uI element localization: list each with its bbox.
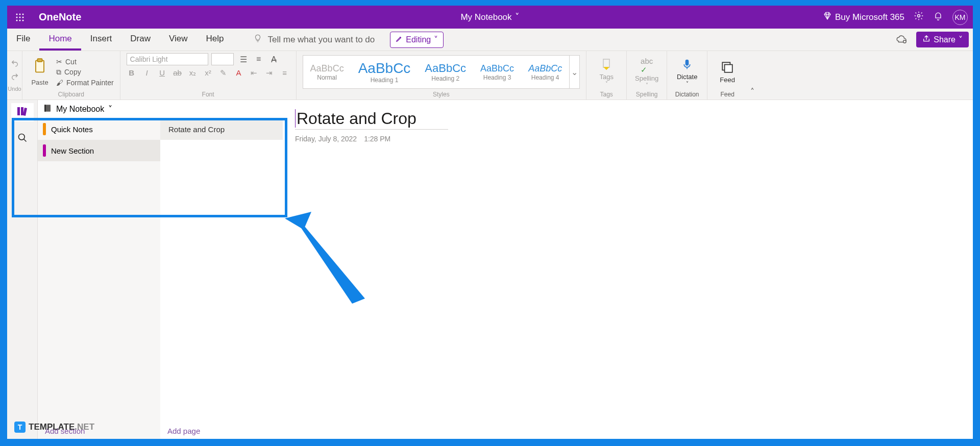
dictate-button[interactable]: Dictate˅: [673, 58, 701, 86]
settings-button[interactable]: [914, 11, 924, 23]
tab-help[interactable]: Help: [197, 29, 233, 51]
font-name-select[interactable]: [127, 53, 208, 65]
notebook-selector[interactable]: My Notebook ˅: [38, 100, 283, 118]
style-normal[interactable]: AaBbCcNormal: [303, 56, 351, 88]
subscript-button[interactable]: x₂: [188, 68, 198, 78]
tab-insert[interactable]: Insert: [81, 29, 121, 51]
undo-icon[interactable]: [10, 59, 19, 69]
tag-icon: [600, 58, 612, 73]
search-button[interactable]: [11, 130, 34, 148]
pencil-icon: [396, 35, 403, 44]
svg-point-1: [19, 13, 21, 15]
share-button[interactable]: Share ˅: [916, 32, 969, 47]
app-launcher-icon[interactable]: [12, 10, 28, 25]
section-color-icon: [43, 144, 46, 157]
avatar-initials: KM: [955, 13, 966, 21]
spelling-button[interactable]: abc✓Spelling˅: [633, 57, 660, 88]
chevron-down-icon: ˅: [686, 81, 689, 86]
page-canvas[interactable]: Rotate and Crop Friday, July 8, 2022 1:2…: [283, 100, 973, 439]
section-new-section[interactable]: New Section: [38, 140, 160, 161]
editing-mode-button[interactable]: Editing ˅: [390, 32, 444, 48]
superscript-button[interactable]: x²: [203, 68, 213, 78]
chevron-down-icon: ˅: [434, 35, 438, 44]
notebook-title-label: My Notebook: [460, 12, 511, 22]
feed-group: Feed Feed: [707, 51, 747, 100]
microphone-icon: [682, 58, 692, 73]
styles-more-button[interactable]: ⌄: [569, 56, 579, 88]
format-painter-button[interactable]: 🖌Format Painter: [56, 79, 114, 87]
dictation-group: Dictate˅ Dictation: [667, 51, 707, 100]
search-icon: [17, 133, 28, 145]
svg-point-5: [22, 16, 24, 18]
style-heading-1[interactable]: AaBbCcHeading 1: [351, 56, 418, 88]
tab-home[interactable]: Home: [39, 29, 81, 51]
section-quick-notes[interactable]: Quick Notes: [38, 118, 160, 140]
pages-list: Rotate and Crop Add page: [160, 118, 283, 439]
outdent-button[interactable]: ⇤: [249, 68, 259, 78]
font-caption: Font: [127, 91, 290, 100]
buy-label: Buy Microsoft 365: [835, 12, 904, 22]
page-meta: Friday, July 8, 2022 1:28 PM: [295, 135, 961, 143]
navigation-pane-button[interactable]: [11, 103, 34, 121]
feed-icon: [721, 61, 734, 76]
feed-button[interactable]: Feed: [714, 61, 741, 84]
sync-status-button[interactable]: [889, 29, 914, 51]
notifications-button[interactable]: [933, 11, 943, 23]
spelling-group: abc✓Spelling˅ Spelling: [627, 51, 667, 100]
tags-button[interactable]: Tags˅: [593, 58, 620, 86]
notebook-title-dropdown[interactable]: My Notebook ˅: [460, 12, 519, 22]
tab-draw[interactable]: Draw: [121, 29, 160, 51]
strikethrough-button[interactable]: ab: [173, 68, 183, 78]
editing-label: Editing: [406, 35, 431, 44]
ribbon: Undo Paste ✂Cut ⧉Copy 🖌Format Painter Cl…: [7, 51, 973, 100]
chevron-down-icon: ˅: [646, 82, 648, 88]
lightbulb-icon: [253, 34, 262, 45]
page-title[interactable]: Rotate and Crop: [295, 109, 448, 130]
cloud-icon: [896, 34, 907, 46]
svg-rect-18: [21, 107, 23, 115]
highlight-button[interactable]: ✎: [218, 68, 229, 78]
chevron-down-icon: ˅: [515, 12, 520, 22]
bold-button[interactable]: B: [127, 68, 137, 78]
style-heading-2[interactable]: AaBbCcHeading 2: [418, 56, 473, 88]
left-rail: [7, 100, 38, 439]
underline-button[interactable]: U: [157, 68, 167, 78]
clipboard-caption: Clipboard: [29, 91, 114, 100]
page-rotate-and-crop[interactable]: Rotate and Crop: [160, 118, 283, 140]
align-button[interactable]: ≡: [280, 68, 290, 78]
svg-rect-12: [37, 59, 42, 62]
style-heading-4[interactable]: AaBbCcHeading 4: [521, 56, 569, 88]
italic-button[interactable]: I: [142, 68, 152, 78]
gear-icon: [914, 11, 924, 23]
svg-rect-14: [686, 60, 689, 65]
clear-format-button[interactable]: A̶: [267, 54, 281, 65]
indent-button[interactable]: ⇥: [264, 68, 275, 78]
svg-rect-21: [44, 105, 46, 112]
style-heading-3[interactable]: AaBbCcHeading 3: [473, 56, 521, 88]
ribbon-collapse-button[interactable]: ˄: [747, 51, 757, 100]
paste-label: Paste: [31, 79, 48, 86]
redo-icon[interactable]: [10, 72, 19, 83]
paste-button[interactable]: Paste: [29, 58, 51, 86]
numbering-button[interactable]: ≡: [252, 54, 265, 65]
paste-icon: [33, 58, 47, 77]
font-color-button[interactable]: A: [234, 68, 244, 78]
copy-button[interactable]: ⧉Copy: [56, 68, 114, 77]
svg-rect-11: [36, 60, 44, 72]
tab-view[interactable]: View: [160, 29, 197, 51]
bullets-button[interactable]: ☰: [237, 54, 250, 65]
tags-group: Tags˅ Tags: [586, 51, 627, 100]
books-icon: [16, 106, 29, 119]
svg-point-10: [903, 40, 906, 43]
font-size-select[interactable]: [211, 53, 234, 65]
title-bar: OneNote My Notebook ˅ Buy Microsoft 365: [7, 6, 973, 29]
account-avatar[interactable]: KM: [952, 10, 968, 25]
add-page-button[interactable]: Add page: [160, 423, 283, 439]
tab-file[interactable]: File: [7, 29, 39, 51]
cut-button[interactable]: ✂Cut: [56, 58, 114, 66]
bell-icon: [933, 11, 943, 23]
diamond-icon: [823, 11, 832, 23]
buy-microsoft-365-button[interactable]: Buy Microsoft 365: [823, 11, 904, 23]
styles-gallery: AaBbCcNormal AaBbCcHeading 1 AaBbCcHeadi…: [303, 55, 580, 89]
tell-me-search[interactable]: Tell me what you want to do: [253, 29, 375, 51]
